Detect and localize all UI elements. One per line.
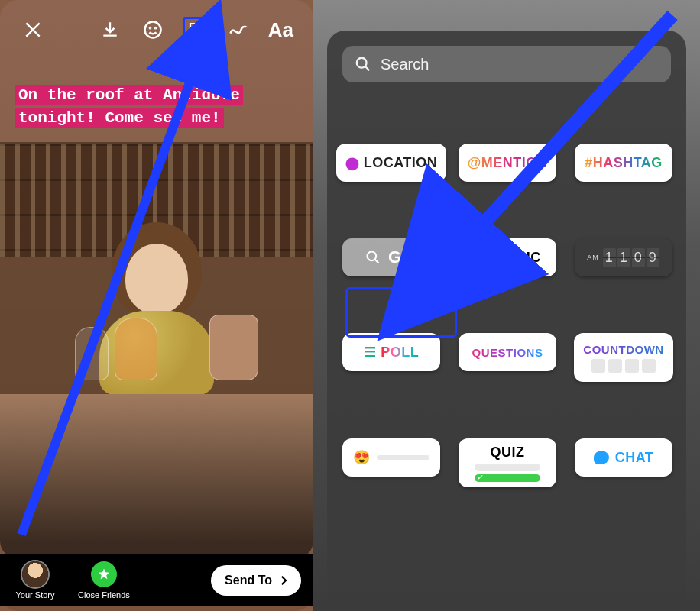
music-bars-icon [474, 251, 490, 264]
close-friends-button[interactable]: Close Friends [78, 561, 130, 600]
search-icon [365, 250, 381, 265]
svg-point-3 [193, 30, 194, 31]
mention-sticker[interactable]: @MENTION [459, 144, 557, 182]
gif-sticker[interactable]: GIF [342, 238, 440, 276]
story-toolbar: Aa [0, 17, 313, 43]
hashtag-sticker[interactable]: #HASHTAG [575, 144, 672, 182]
avatar-icon [22, 561, 48, 587]
search-icon [355, 56, 371, 73]
emoji-slider-sticker[interactable]: 😍 [342, 438, 440, 477]
svg-point-2 [155, 27, 156, 28]
svg-point-4 [197, 30, 198, 31]
your-story-button[interactable]: Your Story [12, 561, 58, 600]
sticker-picker-pane: Search ⬤ LOCATION @MENTION #HASHTAG GIF [313, 0, 700, 611]
sticker-search-input[interactable]: Search [342, 46, 671, 82]
chat-bubble-icon [594, 451, 609, 464]
story-editor-pane: Aa On the roof at Antidote tonight! Come… [0, 0, 313, 611]
countdown-boxes-icon [591, 359, 656, 373]
face-filter-icon[interactable] [140, 17, 166, 43]
sticker-icon[interactable] [183, 17, 209, 43]
text-tool-icon[interactable]: Aa [268, 18, 293, 42]
heart-eyes-emoji-icon: 😍 [353, 449, 371, 466]
star-icon [91, 561, 117, 587]
svg-point-0 [144, 22, 160, 38]
svg-point-6 [357, 58, 367, 68]
poll-sticker[interactable]: ☰POLL [342, 333, 440, 371]
story-caption[interactable]: On the roof at Antidote tonight! Come se… [15, 84, 283, 131]
poll-icon: ☰ [364, 344, 377, 360]
countdown-sticker[interactable]: COUNTDOWN [574, 333, 672, 382]
questions-sticker[interactable]: QUESTIONS [459, 333, 556, 371]
svg-point-7 [367, 252, 376, 261]
download-icon[interactable] [97, 17, 123, 43]
music-sticker[interactable]: MUSIC [459, 238, 556, 276]
sticker-sheet: Search ⬤ LOCATION @MENTION #HASHTAG GIF [327, 31, 686, 611]
send-to-button[interactable]: Send To [211, 565, 301, 596]
close-icon[interactable] [20, 17, 46, 43]
story-share-bar: Your Story Close Friends Send To [0, 554, 313, 606]
location-pin-icon: ⬤ [345, 156, 360, 170]
quiz-sticker[interactable]: QUIZ [459, 438, 556, 487]
draw-icon[interactable] [225, 17, 251, 43]
time-sticker[interactable]: AM 1109 [575, 238, 672, 276]
location-sticker[interactable]: ⬤ LOCATION [336, 144, 447, 182]
story-photo [0, 142, 313, 394]
svg-point-1 [150, 27, 151, 28]
chat-sticker[interactable]: CHAT [575, 438, 672, 477]
